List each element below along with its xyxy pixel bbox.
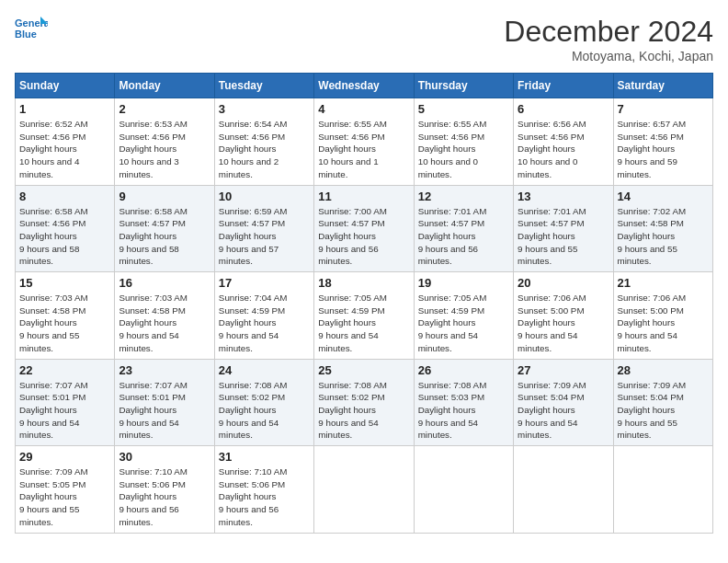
calendar-day-cell: 1 Sunrise: 6:52 AM Sunset: 4:56 PM Dayli…: [16, 98, 115, 186]
calendar-day-cell: 16 Sunrise: 7:03 AM Sunset: 4:58 PM Dayl…: [115, 272, 214, 360]
day-info: Sunrise: 7:01 AM Sunset: 4:57 PM Dayligh…: [418, 205, 509, 269]
day-number: 7: [618, 102, 709, 116]
day-number: 31: [219, 450, 310, 464]
day-info: Sunrise: 6:56 AM Sunset: 4:56 PM Dayligh…: [518, 118, 609, 181]
page-header: General Blue December 2024 Motoyama, Koc…: [15, 15, 713, 63]
weekday-header-thursday: Thursday: [414, 74, 513, 98]
day-info: Sunrise: 7:08 AM Sunset: 5:02 PM Dayligh…: [318, 379, 409, 442]
day-number: 18: [318, 276, 409, 290]
day-info: Sunrise: 6:59 AM Sunset: 4:57 PM Dayligh…: [219, 205, 310, 269]
day-number: 22: [19, 363, 110, 377]
day-number: 23: [119, 363, 210, 377]
day-number: 15: [19, 276, 110, 290]
calendar-day-cell: [414, 446, 513, 534]
calendar-day-cell: 17 Sunrise: 7:04 AM Sunset: 4:59 PM Dayl…: [214, 272, 313, 360]
day-number: 3: [219, 102, 310, 116]
day-number: 12: [418, 190, 509, 203]
day-number: 30: [119, 450, 210, 464]
svg-text:Blue: Blue: [15, 29, 37, 40]
day-info: Sunrise: 7:06 AM Sunset: 5:00 PM Dayligh…: [518, 292, 609, 355]
calendar-day-cell: 28 Sunrise: 7:09 AM Sunset: 5:04 PM Dayl…: [613, 359, 712, 446]
logo: General Blue: [15, 15, 48, 40]
calendar-day-cell: [613, 446, 712, 534]
weekday-header-sunday: Sunday: [16, 74, 115, 98]
weekday-header-tuesday: Tuesday: [214, 74, 313, 98]
calendar-week-row: 15 Sunrise: 7:03 AM Sunset: 4:58 PM Dayl…: [16, 272, 713, 360]
day-info: Sunrise: 7:05 AM Sunset: 4:59 PM Dayligh…: [318, 292, 409, 355]
day-number: 16: [119, 276, 210, 290]
day-number: 2: [119, 102, 210, 116]
day-number: 4: [318, 102, 409, 116]
day-info: Sunrise: 7:04 AM Sunset: 4:59 PM Dayligh…: [219, 292, 310, 355]
day-number: 8: [19, 190, 110, 203]
day-info: Sunrise: 7:10 AM Sunset: 5:06 PM Dayligh…: [219, 465, 310, 529]
day-info: Sunrise: 7:02 AM Sunset: 4:58 PM Dayligh…: [618, 205, 709, 269]
day-info: Sunrise: 7:05 AM Sunset: 4:59 PM Dayligh…: [418, 292, 509, 355]
day-number: 26: [418, 363, 509, 377]
location: Motoyama, Kochi, Japan: [504, 49, 713, 63]
calendar-day-cell: 15 Sunrise: 7:03 AM Sunset: 4:58 PM Dayl…: [16, 272, 115, 360]
weekday-header-monday: Monday: [115, 74, 214, 98]
calendar-day-cell: 20 Sunrise: 7:06 AM Sunset: 5:00 PM Dayl…: [514, 272, 613, 360]
day-number: 11: [318, 190, 409, 203]
day-number: 6: [518, 102, 609, 116]
calendar-day-cell: 5 Sunrise: 6:55 AM Sunset: 4:56 PM Dayli…: [414, 98, 513, 186]
weekday-header-saturday: Saturday: [613, 74, 712, 98]
logo-icon: General Blue: [15, 15, 48, 40]
day-info: Sunrise: 6:52 AM Sunset: 4:56 PM Dayligh…: [19, 118, 110, 181]
day-number: 25: [318, 363, 409, 377]
day-number: 27: [518, 363, 609, 377]
day-number: 17: [219, 276, 310, 290]
calendar-day-cell: 10 Sunrise: 6:59 AM Sunset: 4:57 PM Dayl…: [214, 185, 313, 272]
day-info: Sunrise: 7:07 AM Sunset: 5:01 PM Dayligh…: [19, 379, 110, 442]
day-number: 14: [618, 190, 709, 203]
month-title: December 2024: [504, 15, 713, 49]
day-number: 1: [19, 102, 110, 116]
calendar-day-cell: 19 Sunrise: 7:05 AM Sunset: 4:59 PM Dayl…: [414, 272, 513, 360]
calendar-day-cell: 8 Sunrise: 6:58 AM Sunset: 4:56 PM Dayli…: [16, 185, 115, 272]
calendar-day-cell: 13 Sunrise: 7:01 AM Sunset: 4:57 PM Dayl…: [514, 185, 613, 272]
day-info: Sunrise: 7:00 AM Sunset: 4:57 PM Dayligh…: [318, 205, 409, 269]
day-info: Sunrise: 7:07 AM Sunset: 5:01 PM Dayligh…: [119, 379, 210, 442]
day-number: 10: [219, 190, 310, 203]
day-info: Sunrise: 7:10 AM Sunset: 5:06 PM Dayligh…: [119, 465, 210, 529]
day-info: Sunrise: 6:55 AM Sunset: 4:56 PM Dayligh…: [418, 118, 509, 181]
calendar-day-cell: 11 Sunrise: 7:00 AM Sunset: 4:57 PM Dayl…: [314, 185, 414, 272]
day-number: 21: [618, 276, 709, 290]
calendar-day-cell: 9 Sunrise: 6:58 AM Sunset: 4:57 PM Dayli…: [115, 185, 214, 272]
calendar-week-row: 8 Sunrise: 6:58 AM Sunset: 4:56 PM Dayli…: [16, 185, 713, 272]
day-number: 20: [518, 276, 609, 290]
calendar-day-cell: 26 Sunrise: 7:08 AM Sunset: 5:03 PM Dayl…: [414, 359, 513, 446]
calendar-day-cell: 6 Sunrise: 6:56 AM Sunset: 4:56 PM Dayli…: [514, 98, 613, 186]
calendar-day-cell: 30 Sunrise: 7:10 AM Sunset: 5:06 PM Dayl…: [115, 446, 214, 534]
day-info: Sunrise: 6:58 AM Sunset: 4:56 PM Dayligh…: [19, 205, 110, 269]
calendar-day-cell: 22 Sunrise: 7:07 AM Sunset: 5:01 PM Dayl…: [16, 359, 115, 446]
calendar-day-cell: 18 Sunrise: 7:05 AM Sunset: 4:59 PM Dayl…: [314, 272, 414, 360]
day-info: Sunrise: 7:08 AM Sunset: 5:02 PM Dayligh…: [219, 379, 310, 442]
day-info: Sunrise: 6:54 AM Sunset: 4:56 PM Dayligh…: [219, 118, 310, 181]
calendar-day-cell: 27 Sunrise: 7:09 AM Sunset: 5:04 PM Dayl…: [514, 359, 613, 446]
day-number: 28: [618, 363, 709, 377]
day-number: 29: [19, 450, 110, 464]
day-info: Sunrise: 6:53 AM Sunset: 4:56 PM Dayligh…: [119, 118, 210, 181]
day-info: Sunrise: 7:06 AM Sunset: 5:00 PM Dayligh…: [618, 292, 709, 355]
day-info: Sunrise: 7:01 AM Sunset: 4:57 PM Dayligh…: [518, 205, 609, 269]
day-info: Sunrise: 7:08 AM Sunset: 5:03 PM Dayligh…: [418, 379, 509, 442]
day-number: 19: [418, 276, 509, 290]
calendar-header-row: SundayMondayTuesdayWednesdayThursdayFrid…: [16, 74, 713, 98]
day-info: Sunrise: 7:03 AM Sunset: 4:58 PM Dayligh…: [119, 292, 210, 355]
calendar-day-cell: 31 Sunrise: 7:10 AM Sunset: 5:06 PM Dayl…: [214, 446, 313, 534]
day-number: 9: [119, 190, 210, 203]
weekday-header-wednesday: Wednesday: [314, 74, 414, 98]
calendar-day-cell: 3 Sunrise: 6:54 AM Sunset: 4:56 PM Dayli…: [214, 98, 313, 186]
calendar-day-cell: [514, 446, 613, 534]
calendar-day-cell: 4 Sunrise: 6:55 AM Sunset: 4:56 PM Dayli…: [314, 98, 414, 186]
day-number: 24: [219, 363, 310, 377]
day-number: 13: [518, 190, 609, 203]
weekday-header-friday: Friday: [514, 74, 613, 98]
calendar-day-cell: 7 Sunrise: 6:57 AM Sunset: 4:56 PM Dayli…: [613, 98, 712, 186]
calendar-day-cell: 23 Sunrise: 7:07 AM Sunset: 5:01 PM Dayl…: [115, 359, 214, 446]
calendar-day-cell: 29 Sunrise: 7:09 AM Sunset: 5:05 PM Dayl…: [16, 446, 115, 534]
day-info: Sunrise: 7:09 AM Sunset: 5:04 PM Dayligh…: [518, 379, 609, 442]
calendar-day-cell: 2 Sunrise: 6:53 AM Sunset: 4:56 PM Dayli…: [115, 98, 214, 186]
